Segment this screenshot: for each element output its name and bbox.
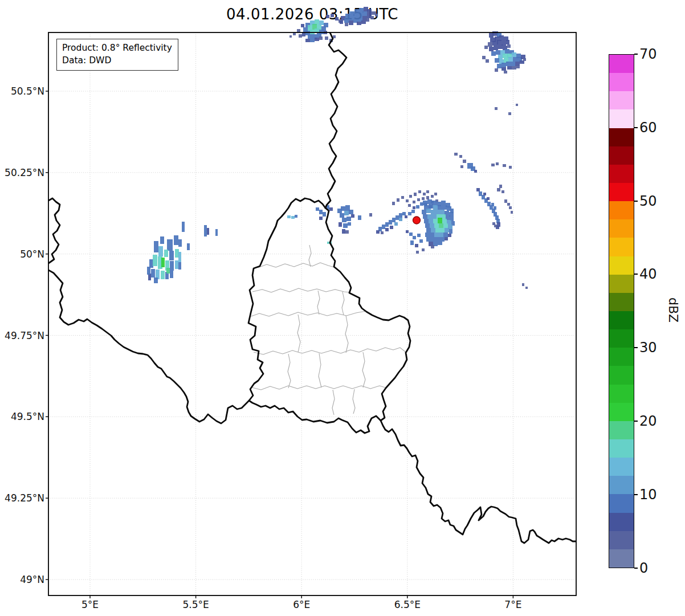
radar-echo-cell bbox=[427, 214, 432, 219]
radar-echo-cell bbox=[434, 232, 439, 237]
radar-echo-cell bbox=[385, 222, 389, 227]
radar-echo-cell bbox=[525, 287, 528, 289]
colorbar-segment bbox=[609, 293, 634, 311]
colorbar-tick-label: 10 bbox=[639, 486, 657, 503]
radar-echo-cell bbox=[357, 22, 361, 25]
radar-echo-cell bbox=[316, 207, 319, 211]
radar-echo-cell bbox=[442, 205, 447, 210]
y-tick-label: 50.5°N bbox=[0, 85, 44, 97]
colorbar-tickmark bbox=[634, 127, 638, 128]
luxembourg-border bbox=[248, 198, 410, 433]
radar-echo-cell bbox=[160, 236, 164, 244]
radar-echo-cell bbox=[169, 251, 174, 260]
radar-echo-cell bbox=[399, 218, 402, 221]
radar-echo-cell bbox=[506, 40, 509, 44]
radar-echo-cell bbox=[414, 193, 417, 196]
radar-echo-cell bbox=[375, 14, 378, 17]
radar-echo-cell bbox=[522, 283, 524, 286]
radar-echo-cell bbox=[423, 193, 426, 195]
radar-echo-cell bbox=[416, 251, 419, 254]
radar-echo-cell bbox=[445, 237, 448, 240]
radar-echo-cell bbox=[509, 206, 512, 209]
data-source-line: Data: DWD bbox=[62, 55, 172, 67]
radar-echo-cell bbox=[154, 241, 158, 252]
radar-echo-cell bbox=[429, 204, 433, 209]
radar-site-marker bbox=[413, 217, 421, 224]
radar-echo-cell bbox=[175, 260, 178, 269]
radar-echo-cell bbox=[315, 38, 319, 41]
canton-border bbox=[254, 348, 406, 354]
radar-echo-cell bbox=[326, 15, 329, 18]
colorbar-segment bbox=[609, 183, 634, 201]
radar-echo-cell bbox=[439, 223, 443, 228]
radar-echo-cell bbox=[423, 201, 427, 205]
radar-echo-cell bbox=[454, 153, 458, 156]
radar-echo-cell bbox=[325, 36, 328, 40]
radar-echo-cell bbox=[440, 228, 445, 232]
radar-echo-cell bbox=[424, 219, 429, 223]
radar-echo-cell bbox=[349, 16, 353, 21]
radar-echo-cell bbox=[390, 226, 393, 229]
radar-echo-cell bbox=[344, 18, 349, 23]
radar-echo-cell bbox=[178, 239, 182, 247]
radar-echo-cell bbox=[349, 210, 353, 214]
radar-echo-cell bbox=[422, 210, 426, 214]
radar-echo-cell bbox=[513, 57, 517, 62]
radar-echo-cell bbox=[423, 214, 427, 219]
radar-echo-cell bbox=[207, 228, 209, 235]
radar-echo-cell bbox=[413, 206, 415, 209]
radar-echo-cell bbox=[443, 232, 448, 237]
radar-echo-cell bbox=[496, 162, 499, 165]
radar-echo-cell bbox=[425, 223, 430, 228]
canton-borders-layer bbox=[250, 245, 406, 415]
radar-echo-cell bbox=[153, 255, 157, 266]
radar-echo-cell bbox=[305, 39, 310, 42]
colorbar-tick-label: 70 bbox=[639, 46, 657, 63]
radar-echo-cell bbox=[474, 170, 477, 173]
radar-echo-cell bbox=[174, 235, 178, 245]
radar-echo-cell bbox=[341, 206, 345, 211]
radar-echo-cell bbox=[504, 71, 507, 74]
radar-echo-cell bbox=[501, 67, 506, 71]
radar-echo-cell bbox=[441, 201, 446, 205]
radar-echo-cell bbox=[385, 228, 389, 231]
colorbar-tickmark bbox=[634, 421, 638, 422]
radar-echo-cell bbox=[486, 59, 489, 63]
radar-echo-cell bbox=[361, 21, 366, 24]
radar-echo-cell bbox=[343, 223, 348, 228]
canton-border bbox=[332, 390, 335, 415]
colorbar-segment bbox=[609, 458, 634, 476]
radar-echo-cell bbox=[440, 237, 445, 242]
radar-echo-cell bbox=[348, 222, 351, 226]
colorbar-segment bbox=[609, 275, 634, 293]
map-svg bbox=[0, 0, 685, 616]
radar-echo-cell bbox=[154, 278, 158, 283]
canton-border bbox=[309, 245, 311, 267]
radar-echo-cell bbox=[161, 258, 165, 267]
radar-echo-cell bbox=[333, 35, 336, 38]
radar-echo-cell bbox=[516, 104, 518, 106]
colorbar-tickmark bbox=[634, 54, 638, 55]
radar-echo-cell bbox=[463, 160, 466, 163]
radar-echo-cell bbox=[301, 24, 304, 27]
radar-echo-cell bbox=[511, 211, 513, 214]
y-tick-label: 50°N bbox=[0, 248, 44, 260]
radar-echo-cell bbox=[166, 268, 170, 274]
radar-echo-cell bbox=[291, 216, 295, 219]
radar-echo-cell bbox=[494, 206, 496, 210]
colorbar-segment bbox=[609, 531, 634, 549]
colorbar-tickmark bbox=[634, 494, 638, 495]
colorbar-segment bbox=[609, 91, 634, 109]
radar-echo-cell bbox=[506, 62, 511, 66]
radar-echo-cell bbox=[484, 46, 488, 49]
radar-echo-cell bbox=[497, 64, 501, 68]
radar-echo-cell bbox=[367, 9, 372, 14]
radar-echo-cell bbox=[411, 210, 415, 213]
radar-echo-cell bbox=[401, 196, 404, 199]
colorbar-segment bbox=[609, 109, 634, 128]
radar-echo-cell bbox=[376, 230, 380, 234]
colorbar-segment bbox=[609, 403, 634, 421]
radar-echo-cell bbox=[399, 213, 402, 218]
colorbar-tick-label: 0 bbox=[639, 560, 648, 577]
canton-border bbox=[297, 315, 300, 352]
